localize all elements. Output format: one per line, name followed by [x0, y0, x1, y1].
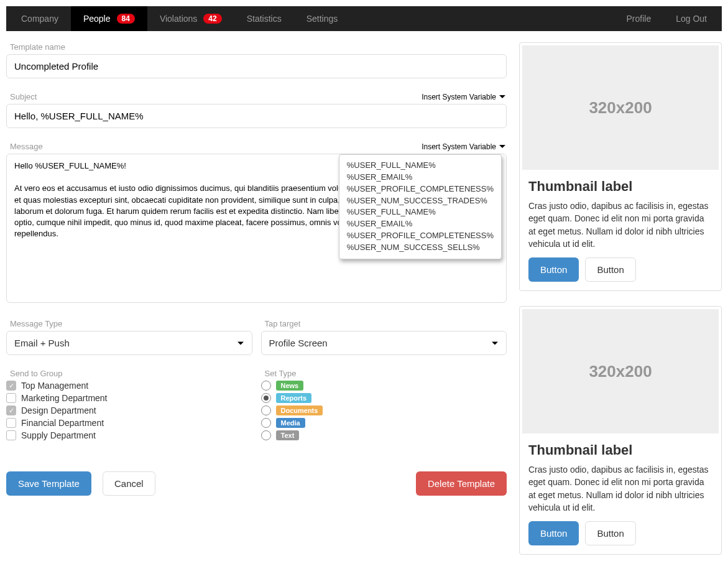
- insert-var-label: Insert System Variable: [422, 93, 496, 101]
- insert-var-label: Insert System Variable: [422, 142, 496, 151]
- top-nav: Company People 84 Violations 42 Statisti…: [6, 6, 722, 31]
- set-type-pill: Text: [276, 430, 300, 440]
- footer-actions: Save Template Cancel Delete Template: [6, 471, 507, 496]
- card-default-button[interactable]: Button: [585, 521, 635, 545]
- field-message: Message Insert System Variable %USER_FUL…: [6, 142, 507, 305]
- set-type-pill: Documents: [276, 405, 323, 415]
- card-text: Cras justo odio, dapibus ac facilisis in…: [528, 463, 712, 514]
- set-type-option[interactable]: Reports: [261, 393, 507, 403]
- label-send-to-group: Send to Group: [6, 369, 252, 378]
- chevron-down-icon: [499, 145, 505, 148]
- nav-label: Profile: [626, 14, 651, 24]
- label-template-name: Template name: [6, 42, 507, 52]
- card-primary-button[interactable]: Button: [528, 521, 579, 545]
- set-type-option[interactable]: News: [261, 381, 507, 391]
- set-type-option[interactable]: Media: [261, 418, 507, 428]
- variable-option[interactable]: %USER_PROFILE_COMPLETENESS%: [347, 183, 494, 195]
- chevron-down-icon: [492, 341, 498, 345]
- group-option[interactable]: Supply Department: [6, 430, 252, 440]
- nav-label: Log Out: [676, 14, 707, 24]
- field-message-type: Message Type Email + Push: [6, 319, 252, 355]
- set-type-pill: Media: [276, 418, 305, 428]
- card-title: Thumbnail label: [528, 178, 712, 195]
- variable-option[interactable]: %USER_PROFILE_COMPLETENESS%: [347, 230, 494, 242]
- nav-label: Violations: [160, 14, 197, 24]
- nav-statistics[interactable]: Statistics: [234, 6, 294, 31]
- group-option[interactable]: Design Department: [6, 405, 252, 415]
- message-type-select[interactable]: Email + Push: [6, 331, 252, 355]
- nav-logout[interactable]: Log Out: [663, 6, 719, 31]
- nav-company[interactable]: Company: [9, 6, 71, 31]
- group-option[interactable]: Top Management: [6, 381, 252, 391]
- cancel-button[interactable]: Cancel: [103, 471, 155, 496]
- group-option[interactable]: Marketing Department: [6, 393, 252, 403]
- nav-violations[interactable]: Violations 42: [147, 6, 234, 31]
- group-label: Financial Department: [21, 418, 104, 428]
- field-template-name: Template name: [6, 42, 507, 78]
- field-tap-target: Tap target Profile Screen: [261, 319, 507, 355]
- label-message-type: Message Type: [6, 319, 252, 328]
- checkbox-icon[interactable]: [6, 393, 16, 403]
- variable-option[interactable]: %USER_NUM_SUCCESS_TRADES%: [347, 195, 494, 207]
- placeholder-image: 320x200: [522, 45, 719, 170]
- card-primary-button[interactable]: Button: [528, 257, 579, 282]
- label-message: Message: [10, 142, 43, 151]
- checkbox-icon[interactable]: [6, 381, 16, 391]
- card-title: Thumbnail label: [528, 442, 712, 458]
- nav-label: Company: [21, 14, 58, 24]
- insert-variable-message[interactable]: Insert System Variable: [422, 142, 505, 151]
- variable-option[interactable]: %USER_EMAIL%: [347, 218, 494, 230]
- variable-dropdown: %USER_FULL_NAME% %USER_EMAIL% %USER_PROF…: [339, 154, 502, 259]
- radio-icon[interactable]: [261, 381, 271, 391]
- radio-icon[interactable]: [261, 405, 271, 415]
- save-template-button[interactable]: Save Template: [6, 471, 91, 496]
- nav-profile[interactable]: Profile: [614, 6, 663, 31]
- insert-variable-subject[interactable]: Insert System Variable: [422, 93, 505, 101]
- delete-template-button[interactable]: Delete Template: [416, 471, 507, 496]
- group-label: Marketing Department: [21, 393, 108, 403]
- thumbnail-card: 320x200 Thumbnail label Cras justo odio,…: [519, 42, 722, 291]
- checkbox-icon[interactable]: [6, 418, 16, 428]
- set-type-option[interactable]: Documents: [261, 405, 507, 415]
- card-text: Cras justo odio, dapibus ac facilisis in…: [528, 200, 712, 250]
- radio-icon[interactable]: [261, 418, 271, 428]
- variable-option[interactable]: %USER_FULL_NAME%: [347, 206, 494, 218]
- variable-option[interactable]: %USER_FULL_NAME%: [347, 160, 494, 172]
- variable-option[interactable]: %USER_EMAIL%: [347, 172, 494, 183]
- checkbox-icon[interactable]: [6, 430, 16, 440]
- group-option[interactable]: Financial Department: [6, 418, 252, 428]
- field-send-to-group: Send to Group Top ManagementMarketing De…: [6, 369, 252, 443]
- nav-badge: 42: [203, 14, 221, 24]
- nav-label: Settings: [306, 14, 338, 24]
- subject-input[interactable]: [6, 104, 507, 128]
- nav-label: Statistics: [247, 14, 282, 24]
- nav-badge: 84: [117, 14, 135, 24]
- radio-icon[interactable]: [261, 430, 271, 440]
- chevron-down-icon: [237, 341, 244, 345]
- set-type-pill: Reports: [276, 393, 312, 403]
- tap-target-select[interactable]: Profile Screen: [261, 331, 507, 355]
- label-set-type: Set Type: [261, 369, 507, 378]
- chevron-down-icon: [499, 95, 505, 98]
- nav-settings[interactable]: Settings: [294, 6, 351, 31]
- set-type-pill: News: [276, 381, 304, 391]
- field-subject: Subject Insert System Variable: [6, 92, 507, 128]
- label-tap-target: Tap target: [261, 319, 507, 328]
- nav-label: People: [83, 14, 111, 24]
- field-set-type: Set Type NewsReportsDocumentsMediaText: [261, 369, 507, 443]
- placeholder-image: 320x200: [522, 309, 719, 433]
- group-label: Supply Department: [21, 430, 96, 440]
- label-subject: Subject: [10, 92, 37, 101]
- variable-option[interactable]: %USER_NUM_SUCCESS_SELLS%: [347, 242, 494, 254]
- set-type-option[interactable]: Text: [261, 430, 507, 440]
- group-label: Design Department: [21, 405, 96, 415]
- card-default-button[interactable]: Button: [585, 257, 635, 282]
- thumbnail-card: 320x200 Thumbnail label Cras justo odio,…: [519, 306, 722, 555]
- checkbox-icon[interactable]: [6, 405, 16, 415]
- template-name-input[interactable]: [6, 54, 507, 78]
- radio-icon[interactable]: [261, 393, 271, 403]
- group-label: Top Management: [21, 381, 88, 391]
- nav-people[interactable]: People 84: [71, 6, 147, 31]
